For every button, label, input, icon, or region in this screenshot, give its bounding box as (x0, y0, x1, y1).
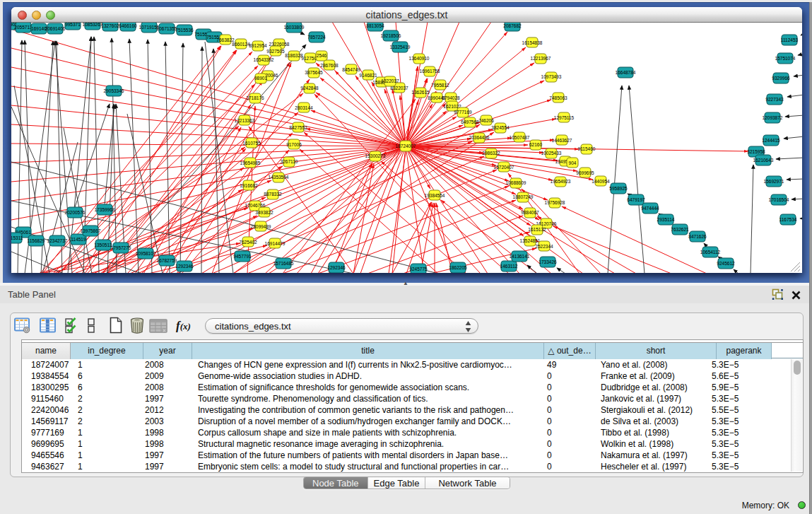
svg-text:19654923: 19654923 (551, 179, 571, 184)
svg-text:2087682: 2087682 (503, 23, 522, 28)
svg-text:17016504: 17016504 (769, 197, 789, 202)
svg-text:8471626: 8471626 (688, 234, 707, 239)
svg-text:1362615: 1362615 (411, 90, 430, 95)
svg-text:12213967: 12213967 (531, 56, 551, 61)
svg-text:1350513: 1350513 (94, 243, 112, 247)
svg-text:15720407: 15720407 (494, 165, 514, 170)
svg-text:1463112: 1463112 (500, 264, 518, 269)
svg-text:16543392: 16543392 (254, 57, 274, 62)
svg-text:904: 904 (569, 160, 577, 165)
svg-text:2055713: 2055713 (14, 25, 33, 30)
svg-text:1167534: 1167534 (779, 217, 797, 222)
svg-text:8878332: 8878332 (264, 192, 282, 197)
svg-text:14463627: 14463627 (552, 138, 572, 143)
svg-text:1610755: 1610755 (242, 141, 261, 146)
svg-text:8660124: 8660124 (232, 42, 250, 47)
svg-text:15751074: 15751074 (775, 56, 796, 61)
svg-text:13975867: 13975867 (81, 228, 101, 233)
svg-text:9115460: 9115460 (578, 146, 596, 151)
svg-text:2546: 2546 (317, 53, 327, 58)
svg-text:10853267: 10853267 (83, 23, 103, 27)
svg-text:16210643: 16210643 (753, 158, 774, 163)
svg-text:13524851: 13524851 (520, 238, 541, 243)
svg-text:9457791: 9457791 (233, 254, 252, 259)
svg-text:7632621: 7632621 (671, 227, 689, 232)
svg-text:10654112: 10654112 (700, 250, 721, 255)
svg-text:5958925: 5958925 (609, 186, 628, 191)
svg-text:6479197: 6479197 (627, 197, 645, 202)
svg-text:2718176: 2718176 (246, 95, 264, 100)
svg-text:8912954: 8912954 (249, 43, 267, 48)
svg-text:12213363: 12213363 (235, 118, 255, 123)
svg-text:17359968: 17359968 (95, 207, 115, 212)
svg-text:14353594: 14353594 (269, 175, 289, 180)
svg-text:13325419: 13325419 (390, 45, 411, 49)
svg-text:6466160: 6466160 (119, 23, 137, 28)
svg-text:7625402: 7625402 (239, 240, 257, 245)
svg-text:8813054: 8813054 (366, 23, 384, 28)
svg-text:20200576: 20200576 (65, 210, 86, 215)
svg-text:1112453: 1112453 (781, 37, 799, 42)
svg-text:20364436: 20364436 (469, 135, 490, 140)
svg-text:9242848: 9242848 (300, 86, 319, 90)
svg-text:3824554: 3824554 (491, 125, 510, 130)
svg-text:10973493: 10973493 (541, 74, 562, 79)
svg-text:7485063: 7485063 (549, 95, 567, 100)
svg-text:8186328: 8186328 (285, 53, 303, 58)
svg-text:1156829: 1156829 (28, 238, 45, 243)
svg-text:10025433: 10025433 (541, 151, 562, 156)
svg-text:3215958: 3215958 (747, 149, 765, 154)
svg-text:2522344: 2522344 (535, 244, 553, 249)
svg-text:16648784: 16648784 (616, 70, 636, 75)
svg-text:7857224: 7857224 (307, 35, 326, 40)
svg-text:3915311: 3915311 (11, 235, 23, 240)
svg-text:1292346: 1292346 (175, 264, 194, 269)
svg-text:6794028: 6794028 (442, 95, 460, 100)
svg-text:10507487: 10507487 (510, 135, 530, 140)
svg-text:19654985: 19654985 (240, 160, 261, 165)
svg-text:1862205: 1862205 (449, 265, 467, 270)
svg-text:15692971: 15692971 (764, 179, 784, 184)
svg-text:6497568: 6497568 (461, 119, 479, 124)
svg-text:12342737: 12342737 (47, 238, 68, 243)
svg-text:17957275: 17957275 (111, 245, 131, 250)
svg-text:1244415: 1244415 (762, 138, 780, 143)
svg-text:1615132: 1615132 (528, 227, 546, 232)
svg-text:2803144: 2803144 (295, 105, 313, 110)
svg-text:1440954: 1440954 (592, 179, 610, 184)
svg-text:9884067: 9884067 (521, 210, 539, 215)
svg-text:9245775: 9245775 (409, 267, 428, 271)
svg-text:10958107: 10958107 (136, 251, 156, 256)
svg-text:9245612: 9245612 (717, 261, 735, 266)
svg-text:20691406: 20691406 (45, 26, 66, 31)
svg-text:917006: 917006 (286, 142, 302, 147)
svg-text:10671355: 10671355 (157, 26, 177, 31)
svg-text:9699695: 9699695 (576, 170, 594, 175)
svg-text:16154838: 16154838 (522, 40, 543, 45)
svg-text:16782759: 16782759 (157, 258, 177, 263)
svg-text:2986322: 2986322 (482, 151, 500, 156)
svg-text:62160: 62160 (529, 142, 542, 147)
svg-text:9777169: 9777169 (454, 110, 472, 115)
svg-text:995371: 995371 (65, 23, 81, 27)
svg-text:19384554: 19384554 (425, 193, 445, 198)
svg-text:3875645: 3875645 (305, 70, 323, 75)
svg-text:16033809: 16033809 (284, 25, 305, 30)
svg-text:18807249: 18807249 (513, 194, 534, 199)
svg-text:746206: 746206 (478, 118, 494, 123)
svg-text:98901: 98901 (254, 76, 267, 81)
svg-text:15300273: 15300273 (365, 153, 386, 158)
svg-text:8454749: 8454749 (342, 67, 360, 72)
svg-text:12093872: 12093872 (763, 115, 783, 120)
svg-text:1733426: 1733426 (539, 259, 557, 264)
svg-text:9474444: 9474444 (641, 206, 659, 211)
svg-text:15716485: 15716485 (273, 261, 294, 266)
svg-text:10688609: 10688609 (506, 180, 526, 185)
svg-text:2867608: 2867608 (320, 63, 339, 68)
svg-text:14136141: 14136141 (510, 254, 530, 259)
svg-text:8427552: 8427552 (289, 125, 307, 130)
svg-text:3267110: 3267110 (281, 159, 298, 164)
svg-text:7515536: 7515536 (175, 28, 194, 33)
svg-text:3493822: 3493822 (255, 210, 273, 215)
svg-text:7955812: 7955812 (431, 83, 449, 88)
